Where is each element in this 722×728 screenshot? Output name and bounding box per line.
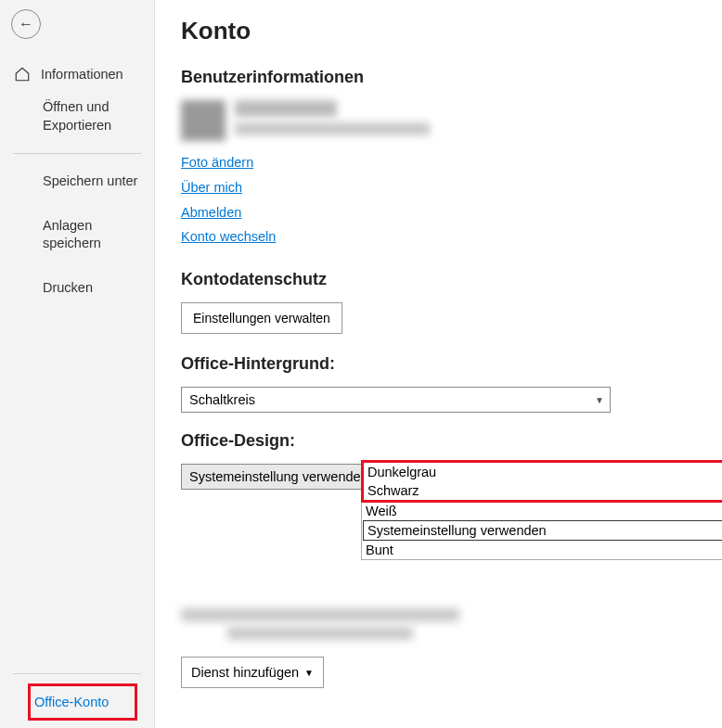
link-switch-account[interactable]: Konto wechseln <box>181 224 276 249</box>
nav-label: Drucken <box>43 279 93 298</box>
link-change-photo[interactable]: Foto ändern <box>181 150 253 175</box>
theme-option-system[interactable]: Systemeinstellung verwenden <box>363 520 722 541</box>
redacted-line <box>181 608 459 621</box>
home-icon <box>13 65 32 83</box>
chevron-down-icon: ▼ <box>595 395 604 405</box>
theme-option-schwarz[interactable]: Schwarz <box>364 481 722 500</box>
nav-label: Speichern unter <box>43 172 137 191</box>
manage-settings-button[interactable]: Einstellungen verwalten <box>181 302 342 334</box>
sidebar: ← Informationen Öffnen und Exportieren S… <box>0 0 155 728</box>
user-text <box>235 100 696 141</box>
redacted-section <box>181 608 696 640</box>
user-email-redacted <box>235 122 430 135</box>
theme-heading: Office-Design: <box>181 431 696 451</box>
nav-item-office-account[interactable]: Office-Konto <box>34 695 109 709</box>
page-title: Konto <box>181 17 696 45</box>
nav-item-save-attachments[interactable]: Anlagen speichern <box>0 210 154 261</box>
link-about-me[interactable]: Über mich <box>181 175 242 200</box>
user-links: Foto ändern Über mich Abmelden Konto wec… <box>181 150 696 249</box>
back-arrow-icon: ← <box>19 16 33 32</box>
theme-dropdown-list: Dunkelgrau Schwarz Weiß Systemeinstellun… <box>361 460 722 560</box>
nav-item-info[interactable]: Informationen <box>0 57 154 91</box>
redacted-line <box>227 627 413 640</box>
nav-divider <box>13 673 141 674</box>
dropdown-value: Schaltkreis <box>189 392 255 407</box>
nav-item-print[interactable]: Drucken <box>0 272 154 305</box>
theme-option-bunt[interactable]: Bunt <box>362 541 722 559</box>
avatar <box>181 100 226 141</box>
nav-label: Öffnen und Exportieren <box>43 98 141 134</box>
nav-item-open-export[interactable]: Öffnen und Exportieren <box>0 91 154 142</box>
nav-divider <box>13 153 141 154</box>
user-name-redacted <box>235 100 337 117</box>
user-info-block <box>181 100 696 141</box>
nav-label: Informationen <box>41 67 123 82</box>
theme-option-dunkelgrau[interactable]: Dunkelgrau <box>364 463 722 481</box>
background-dropdown[interactable]: Schaltkreis ▼ <box>181 387 611 413</box>
user-info-heading: Benutzerinformationen <box>181 68 696 87</box>
chevron-down-icon: ▼ <box>304 668 314 678</box>
background-heading: Office-Hintergrund: <box>181 354 696 374</box>
nav-item-save-as[interactable]: Speichern unter <box>0 165 154 198</box>
add-service-button[interactable]: Dienst hinzufügen ▼ <box>181 657 324 688</box>
privacy-heading: Kontodatenschutz <box>181 270 696 289</box>
theme-option-weiss[interactable]: Weiß <box>362 502 722 520</box>
main-content: Konto Benutzerinformationen Foto ändern … <box>155 0 722 728</box>
link-sign-out[interactable]: Abmelden <box>181 200 241 225</box>
sidebar-bottom: Office-Konto <box>0 673 154 721</box>
highlight-office-account: Office-Konto <box>28 683 137 721</box>
back-button[interactable]: ← <box>11 9 41 39</box>
highlight-theme-options: Dunkelgrau Schwarz <box>361 460 722 503</box>
dropdown-value: Systemeinstellung verwenden <box>189 469 368 484</box>
nav-label: Anlagen speichern <box>43 217 141 253</box>
button-label: Dienst hinzufügen <box>191 665 299 680</box>
